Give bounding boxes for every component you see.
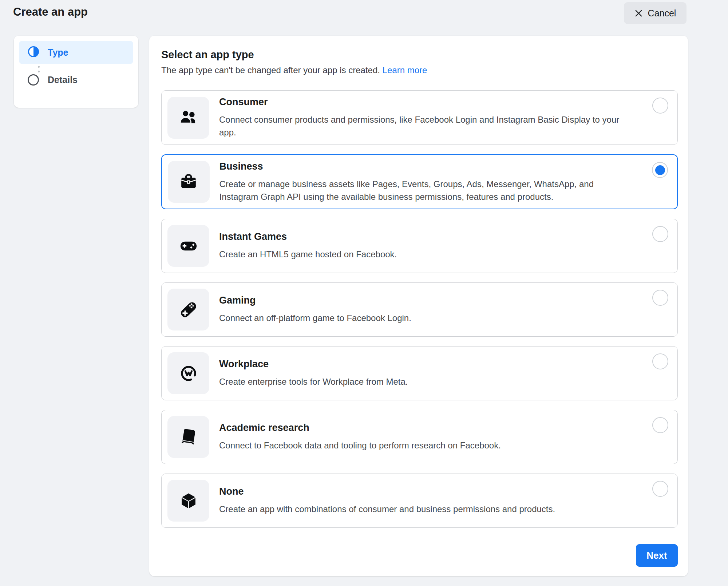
stepper-item-label: Type [48, 47, 68, 58]
option-description: Connect an off-platform game to Facebook… [219, 312, 411, 324]
option-description: Create or manage business assets like Pa… [219, 178, 634, 203]
app-type-panel: Select an app type The app type can't be… [149, 36, 688, 576]
people-icon [167, 97, 209, 139]
workplace-logo-icon [167, 352, 209, 394]
stepper-item-label: Details [48, 75, 78, 85]
option-consumer[interactable]: Consumer Connect consumer products and p… [161, 90, 678, 145]
cube-icon [167, 480, 209, 522]
option-title: Workplace [219, 359, 408, 370]
radio-instant-games[interactable] [652, 226, 668, 242]
option-description: Connect to Facebook data and tooling to … [219, 439, 501, 452]
stepper-item-type[interactable]: Type [19, 41, 133, 64]
stepper-item-details[interactable]: Details [19, 74, 133, 86]
radio-academic-research[interactable] [652, 417, 668, 433]
learn-more-link[interactable]: Learn more [383, 65, 427, 75]
radio-business[interactable] [652, 162, 668, 178]
close-icon [634, 9, 643, 17]
option-instant-games[interactable]: Instant Games Create an HTML5 game hoste… [161, 219, 678, 273]
briefcase-icon [168, 161, 210, 203]
next-button[interactable]: Next [636, 544, 678, 567]
radio-consumer[interactable] [652, 98, 668, 114]
cancel-button[interactable]: Cancel [624, 2, 687, 24]
radio-gaming[interactable] [652, 290, 668, 306]
instant-games-gamepad-icon [167, 225, 209, 267]
option-title: Consumer [219, 96, 634, 108]
stepper-connector-dots [19, 64, 133, 74]
cancel-button-label: Cancel [648, 8, 676, 19]
option-title: Gaming [219, 295, 411, 306]
option-title: Instant Games [219, 231, 397, 242]
app-type-options: Consumer Connect consumer products and p… [161, 90, 678, 528]
option-title: Academic research [219, 422, 501, 433]
panel-subtitle: The app type can't be changed after your… [161, 65, 678, 75]
option-title: None [219, 486, 555, 497]
option-workplace[interactable]: Workplace Create enterprise tools for Wo… [161, 346, 678, 400]
stepper-card: Type Details [14, 36, 138, 108]
radio-workplace[interactable] [652, 353, 668, 369]
option-description: Create an HTML5 game hosted on Facebook. [219, 248, 397, 261]
option-description: Create enterprise tools for Workplace fr… [219, 375, 408, 388]
option-business[interactable]: Business Create or manage business asset… [161, 154, 678, 209]
panel-heading: Select an app type [161, 49, 678, 61]
option-none[interactable]: None Create an app with combinations of … [161, 474, 678, 528]
option-description: Connect consumer products and permission… [219, 113, 634, 139]
option-description: Create an app with combinations of consu… [219, 503, 555, 515]
option-gaming[interactable]: Gaming Connect an off-platform game to F… [161, 282, 678, 337]
half-circle-step-icon [27, 45, 40, 59]
option-title: Business [219, 161, 634, 172]
page-title: Create an app [13, 5, 88, 19]
gamepad-icon [167, 289, 209, 330]
radio-none[interactable] [652, 481, 668, 497]
option-academic-research[interactable]: Academic research Connect to Facebook da… [161, 410, 678, 464]
book-icon [167, 416, 209, 458]
empty-circle-step-icon [28, 74, 39, 86]
